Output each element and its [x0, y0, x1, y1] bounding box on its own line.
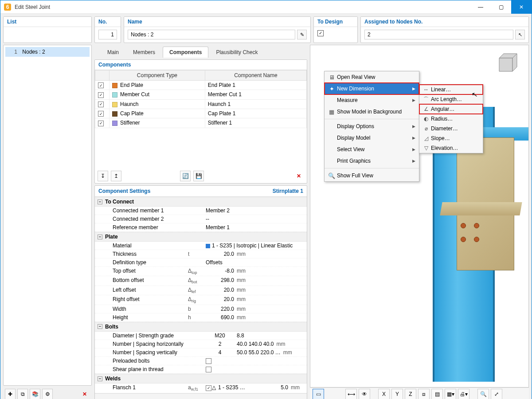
menu-measure[interactable]: Measure▶: [325, 94, 419, 106]
table-row[interactable]: ✓ End PlateEnd Plate 1: [95, 81, 307, 90]
close-button[interactable]: ✕: [511, 0, 532, 14]
copy-joint-button[interactable]: ⧉: [17, 389, 28, 399]
components-header: Components: [95, 60, 307, 70]
delete-component-button[interactable]: ✕: [293, 171, 304, 181]
vtb-render[interactable]: ▦▾: [445, 389, 456, 399]
vtb-view-x[interactable]: X: [378, 389, 390, 399]
vtb-zoom-all[interactable]: 🔍: [477, 389, 489, 399]
group-bolts[interactable]: −Bolts: [95, 322, 307, 332]
vtb-external-view[interactable]: ⤢: [491, 389, 502, 399]
row-checkbox[interactable]: ✓: [98, 82, 104, 88]
library-button[interactable]: 📚: [30, 389, 40, 399]
submenu-radius[interactable]: ◐Radius…: [419, 114, 483, 124]
maximize-button[interactable]: ▢: [491, 0, 511, 14]
preload-checkbox[interactable]: [206, 358, 211, 364]
tab-plausibility[interactable]: Plausibility Check: [209, 47, 264, 58]
col-name[interactable]: Component Name: [205, 70, 306, 81]
submenu-elevation[interactable]: ▽Elevation…: [419, 143, 483, 153]
list-panel-header: List: [4, 17, 91, 27]
table-row[interactable]: ✓ StiffenerStiffener 1: [95, 118, 307, 128]
table-row[interactable]: ✓ Member CutMember Cut 1: [95, 90, 307, 99]
assigned-nodes-input[interactable]: 2: [364, 30, 513, 39]
delete-joint-button[interactable]: ✕: [79, 389, 90, 399]
context-menu[interactable]: 🖥Open Real View ✦New Dimension▶ Measure▶…: [324, 71, 419, 182]
no-input[interactable]: 1: [98, 30, 117, 39]
col-type[interactable]: Component Type: [110, 70, 205, 81]
to-design-checkbox[interactable]: ✓: [317, 30, 324, 36]
refresh-button[interactable]: 🔄: [180, 171, 191, 181]
vtb-select[interactable]: ▭: [313, 389, 324, 399]
tool-button[interactable]: ⚙: [42, 389, 53, 399]
window-title: Edit Steel Joint: [15, 4, 470, 10]
tab-main[interactable]: Main: [101, 47, 125, 58]
menu-display-options[interactable]: Display Options▶: [325, 121, 419, 132]
vtb-dimension[interactable]: ⟷: [345, 389, 357, 399]
name-header: Name: [124, 17, 310, 27]
components-table: Component Type Component Name ✓ End Plat…: [95, 70, 307, 128]
row-checkbox[interactable]: ✓: [98, 102, 104, 107]
horizontal-scrollbar[interactable]: [95, 393, 307, 399]
pick-node-button[interactable]: ↖: [515, 30, 525, 39]
vtb-view-more[interactable]: ▤: [431, 389, 443, 399]
row-checkbox[interactable]: ✓: [98, 111, 104, 117]
menu-display-model[interactable]: Display Model▶: [325, 132, 419, 144]
submenu-diameter[interactable]: ⌀Diameter…: [419, 124, 483, 133]
new-joint-button[interactable]: ✚: [5, 389, 16, 399]
group-plate[interactable]: −Plate: [95, 232, 307, 242]
row-checkbox[interactable]: ✓: [98, 121, 104, 126]
list-item-number: 1: [8, 49, 17, 55]
menu-show-bg[interactable]: ▦Show Model in Background: [325, 106, 419, 117]
main-tabs: Main Members Components Plausibility Che…: [94, 45, 307, 58]
svg-marker-1: [499, 58, 512, 71]
settings-grid[interactable]: −To Connect Connected member 1Member 2 C…: [95, 197, 307, 393]
vtb-view-y[interactable]: Y: [391, 389, 403, 399]
group-welds[interactable]: −Welds: [95, 374, 307, 383]
settings-title: Component Settings: [98, 188, 150, 194]
edit-name-button[interactable]: ✎: [297, 30, 307, 39]
assigned-nodes-header: Assigned to Nodes No.: [361, 17, 528, 27]
vtb-print[interactable]: 🖨▾: [458, 389, 469, 399]
settings-subtitle: Stirnplatte 1: [273, 188, 303, 194]
row-checkbox[interactable]: ✓: [98, 92, 104, 98]
vtb-view-iso[interactable]: ⧈: [418, 389, 430, 399]
save-template-button[interactable]: 💾: [193, 171, 204, 181]
table-row[interactable]: ✓ HaunchHaunch 1: [95, 99, 307, 109]
tab-components[interactable]: Components: [163, 47, 208, 58]
vtb-visibility[interactable]: 👁: [359, 389, 370, 399]
title-bar: 6 Edit Steel Joint — ▢ ✕: [0, 0, 532, 14]
app-icon: 6: [4, 4, 11, 11]
submenu-angular[interactable]: ∠Angular…: [419, 104, 483, 114]
minimize-button[interactable]: —: [470, 0, 491, 14]
name-input[interactable]: Nodes : 2: [128, 30, 295, 39]
vtb-view-z[interactable]: Z: [405, 389, 416, 399]
list-item-label: Nodes : 2: [22, 49, 45, 55]
menu-open-real-view[interactable]: 🖥Open Real View: [325, 71, 419, 83]
list-item[interactable]: 1 Nodes : 2: [5, 47, 90, 57]
shear-checkbox[interactable]: [206, 367, 211, 372]
tab-members[interactable]: Members: [126, 47, 162, 58]
submenu-slope[interactable]: ◿Slope…: [419, 133, 483, 143]
to-design-header: To Design: [314, 17, 357, 27]
menu-new-dimension[interactable]: ✦New Dimension▶: [325, 83, 419, 94]
menu-full-view[interactable]: 🔍Show Full View: [325, 170, 419, 181]
view-toolbar: ▭ ⟷ 👁 X Y Z ⧈ ▤ ▦▾ 🖨▾ 🔍 ⤢: [310, 387, 529, 399]
menu-print-graphics[interactable]: Print Graphics▶: [325, 155, 419, 167]
group-to-connect[interactable]: −To Connect: [95, 197, 307, 207]
joint-list[interactable]: 1 Nodes : 2: [4, 45, 91, 385]
add-component-button[interactable]: ↧: [98, 171, 108, 181]
nav-cube-icon[interactable]: [495, 51, 521, 74]
weld-enable-checkbox[interactable]: ✓: [206, 385, 211, 391]
menu-select-view[interactable]: Select View▶: [325, 144, 419, 155]
insert-component-button[interactable]: ↥: [111, 171, 121, 181]
no-header: No.: [95, 17, 121, 27]
table-row[interactable]: ✓ Cap PlateCap Plate 1: [95, 109, 307, 118]
